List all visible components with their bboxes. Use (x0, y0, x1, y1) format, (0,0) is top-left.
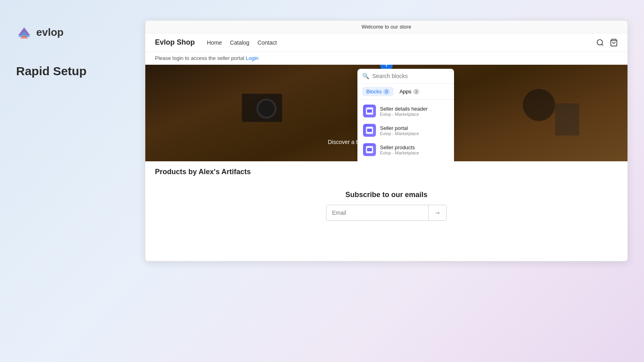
store-nav: Evlop Shop Home Catalog Contact (145, 33, 627, 52)
item-details-seller-details: Seller details header Evlop - Marketplac… (380, 106, 448, 117)
item-details-seller-products: Seller products Evlop - Marketplace (380, 144, 448, 155)
dropdown-search-icon: 🔍 (362, 73, 369, 79)
item-source-1: Evlop - Marketplace (380, 131, 448, 136)
list-item[interactable]: Seller details header Evlop - Marketplac… (357, 101, 454, 121)
login-text: Please login to access the seller portal (155, 55, 244, 61)
login-link[interactable]: Login (246, 55, 258, 61)
item-details-seller-portal: Seller portal Evlop - Marketplace (380, 125, 448, 136)
tab-apps-label: Apps (399, 88, 411, 95)
dropdown-items: Seller details header Evlop - Marketplac… (357, 100, 454, 161)
list-item[interactable]: Seller portal Evlop - Marketplace (357, 121, 454, 140)
item-name-1: Seller portal (380, 125, 448, 131)
tab-apps-count: 3 (413, 89, 419, 95)
dropdown-tabs: Blocks 0 Apps 3 (357, 84, 454, 100)
products-section: Products by Alex's Artifacts (145, 161, 627, 183)
tab-blocks[interactable]: Blocks 0 (362, 87, 394, 96)
hero-section: Discover a treasure tro... and unique ar… (145, 65, 627, 161)
nav-icons (596, 39, 618, 47)
store-name: Evlop Shop (155, 38, 195, 47)
evlop-logo-icon (16, 24, 32, 40)
item-source-0: Evlop - Marketplace (380, 112, 448, 117)
page-title: Rapid Setup (16, 64, 145, 78)
list-item[interactable]: Seller products Evlop - Marketplace (357, 140, 454, 159)
item-icon-seller-products (363, 143, 376, 156)
item-icon-seller-portal (363, 124, 376, 137)
item-source-2: Evlop - Marketplace (380, 150, 448, 155)
tab-blocks-count: 0 (383, 89, 390, 95)
left-panel: evlop Rapid Setup (16, 16, 145, 78)
nav-links: Home Catalog Contact (207, 39, 596, 46)
email-form: → (326, 205, 447, 221)
nav-home[interactable]: Home (207, 39, 222, 46)
tab-blocks-label: Blocks (366, 88, 382, 95)
item-name-2: Seller products (380, 144, 448, 150)
item-icon-seller-details (363, 105, 376, 117)
cart-icon[interactable] (610, 39, 618, 47)
announcement-bar: Welcome to our store (145, 21, 627, 33)
products-title: Products by Alex's Artifacts (155, 168, 618, 176)
dropdown-search-area: 🔍 (357, 69, 454, 84)
search-blocks-input[interactable] (372, 73, 449, 79)
email-input[interactable] (326, 205, 428, 220)
logo-area: evlop (16, 24, 145, 40)
login-bar: Please login to access the seller portal… (145, 52, 627, 65)
nav-contact[interactable]: Contact (258, 39, 277, 46)
search-icon[interactable] (596, 39, 604, 47)
subscribe-title: Subscribe to our emails (155, 191, 618, 199)
store-preview: Welcome to our store Evlop Shop Home Cat… (145, 20, 628, 261)
email-submit-button[interactable]: → (428, 205, 446, 220)
announcement-text: Welcome to our store (361, 24, 411, 30)
subscribe-section: Subscribe to our emails → (145, 183, 627, 229)
svg-line-4 (602, 44, 603, 45)
nav-catalog[interactable]: Catalog (230, 39, 249, 46)
logo-text: evlop (36, 26, 64, 39)
tab-apps[interactable]: Apps 3 (395, 87, 423, 96)
svg-point-3 (597, 39, 603, 45)
blocks-dropdown: 🔍 Blocks 0 Apps 3 (357, 69, 454, 161)
item-name-0: Seller details header (380, 106, 448, 112)
